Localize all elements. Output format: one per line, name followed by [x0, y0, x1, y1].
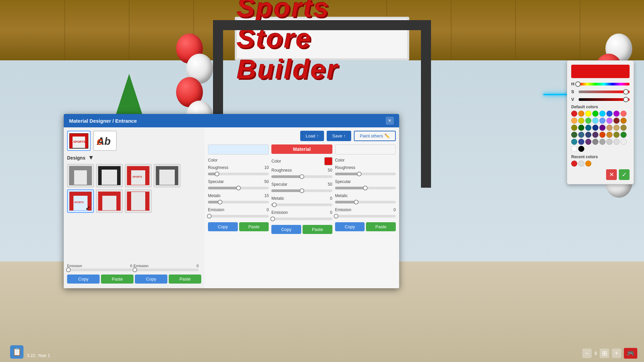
col3-specular-slider[interactable]: [208, 187, 269, 189]
cp-s-slider[interactable]: [579, 90, 630, 93]
cp-ok-button[interactable]: ✓: [619, 169, 630, 180]
cp-default-color-dot[interactable]: [571, 111, 577, 117]
col4-emission-slider[interactable]: [271, 218, 332, 220]
cp-v-slider[interactable]: [579, 98, 630, 101]
designs-dropdown-icon[interactable]: ▼: [88, 154, 94, 161]
cp-recent-color-dot[interactable]: [571, 161, 577, 167]
md-thumb-5[interactable]: SPORTS ↙: [67, 189, 94, 213]
col4-paste-button[interactable]: Paste: [303, 225, 332, 234]
cp-default-color-dot[interactable]: [606, 139, 612, 145]
cp-default-color-dot[interactable]: [599, 118, 605, 124]
cp-default-color-dot[interactable]: [621, 132, 627, 138]
clipboard-icon[interactable]: 📋: [10, 345, 23, 359]
cp-v-row: V: [571, 97, 630, 102]
cp-default-color-dot[interactable]: [621, 139, 627, 145]
cp-recent-color-dot[interactable]: [578, 161, 584, 167]
col4-roughness-slider[interactable]: [271, 175, 332, 178]
cp-default-color-dot[interactable]: [613, 111, 620, 117]
zoom-in-button[interactable]: +: [612, 349, 621, 358]
cp-default-color-dot[interactable]: [592, 132, 598, 138]
cp-default-color-dot[interactable]: [571, 139, 577, 145]
cp-default-color-dot[interactable]: [613, 139, 620, 145]
cp-default-color-dot[interactable]: [599, 132, 605, 138]
col5-roughness-slider[interactable]: [335, 173, 396, 175]
md-close-button[interactable]: ×: [386, 117, 394, 125]
cp-default-color-dot[interactable]: [599, 139, 605, 145]
cp-default-color-dot[interactable]: [571, 125, 577, 131]
col3-roughness-slider[interactable]: [208, 173, 269, 175]
cp-default-color-dot[interactable]: [578, 132, 584, 138]
cp-default-color-dot[interactable]: [613, 132, 620, 138]
md-thumb-6[interactable]: [96, 189, 123, 213]
cp-h-slider[interactable]: [579, 83, 630, 85]
game-icon: 🎮: [624, 348, 637, 359]
cp-default-color-dot[interactable]: [592, 139, 598, 145]
cp-default-color-dot[interactable]: [585, 111, 591, 117]
col3-metalic-slider[interactable]: [208, 201, 269, 203]
zoom-display-button[interactable]: ⊞: [600, 349, 609, 358]
cp-default-color-dot[interactable]: [585, 125, 591, 131]
col4-copy-button[interactable]: Copy: [271, 225, 301, 234]
md-thumb-1[interactable]: [67, 164, 94, 187]
cp-default-color-dot[interactable]: [578, 139, 584, 145]
cp-default-color-dot[interactable]: [606, 132, 612, 138]
save-button[interactable]: Save ↑: [327, 131, 351, 141]
svg-rect-14: [98, 166, 120, 170]
col2-emission-slider[interactable]: [133, 268, 199, 271]
paint-others-button[interactable]: Paint others ✏️: [354, 131, 396, 141]
col3-copy-button[interactable]: Copy: [208, 222, 238, 231]
zoom-out-button[interactable]: −: [582, 349, 592, 358]
cp-default-color-dot[interactable]: [621, 111, 627, 117]
cp-default-color-dot[interactable]: [578, 111, 584, 117]
md-text-icon[interactable]: Ab c: [93, 131, 117, 151]
cp-default-color-dot[interactable]: [592, 118, 598, 124]
col5-specular-slider[interactable]: [335, 187, 396, 189]
col3-paste-button[interactable]: Paste: [239, 222, 269, 231]
cp-default-color-dot[interactable]: [621, 125, 627, 131]
md-thumb-2[interactable]: [96, 164, 123, 187]
col5-metalic-slider[interactable]: [335, 201, 396, 203]
col2-paste-button[interactable]: Paste: [169, 275, 201, 284]
md-header: Material Designer / Entrance ×: [64, 114, 399, 127]
cp-default-color-dot[interactable]: [613, 118, 620, 124]
md-thumb-7[interactable]: [125, 189, 152, 213]
cp-default-color-dot[interactable]: [599, 125, 605, 131]
cp-default-color-dot[interactable]: [578, 125, 584, 131]
cp-default-color-dot[interactable]: [606, 111, 612, 117]
md-thumb-4[interactable]: [154, 164, 180, 187]
md-thumb-3[interactable]: SPORTS: [125, 164, 152, 187]
cp-default-color-dot[interactable]: [592, 111, 598, 117]
cp-default-color-dot[interactable]: [571, 118, 577, 124]
cp-default-color-dot[interactable]: [592, 125, 598, 131]
col4-color-swatch[interactable]: [324, 157, 332, 165]
col1-copy-button[interactable]: Copy: [67, 275, 100, 284]
cp-default-color-dot[interactable]: [585, 118, 591, 124]
cp-default-color-dot[interactable]: [606, 118, 612, 124]
col1-paste-button[interactable]: Paste: [101, 275, 133, 284]
col4-specular-slider[interactable]: [271, 189, 332, 192]
cp-default-color-dot[interactable]: [571, 146, 577, 152]
col5-emission-slider[interactable]: [335, 215, 396, 218]
md-entrance-icon[interactable]: SPORTS: [67, 131, 91, 151]
cp-default-color-dot[interactable]: [585, 132, 591, 138]
col3-metalic-label: Metalic: [208, 193, 221, 198]
col1-emission-slider[interactable]: [67, 268, 132, 271]
cp-default-color-dot[interactable]: [578, 118, 584, 124]
col4-roughness-row: Roughness 50: [271, 168, 332, 173]
col4-metalic-slider[interactable]: [271, 203, 332, 206]
cp-recent-color-dot[interactable]: [585, 161, 591, 167]
cp-default-color-dot[interactable]: [599, 111, 605, 117]
cp-default-color-dot[interactable]: [606, 125, 612, 131]
cp-default-color-dot[interactable]: [571, 132, 577, 138]
load-button[interactable]: Load ↑: [300, 131, 324, 141]
cp-default-color-dot[interactable]: [621, 118, 627, 124]
cp-color-preview: [571, 65, 630, 78]
cp-default-color-dot[interactable]: [585, 139, 591, 145]
cp-default-color-dot[interactable]: [613, 125, 620, 131]
col5-copy-button[interactable]: Copy: [335, 222, 365, 231]
cp-cancel-button[interactable]: ✕: [606, 169, 617, 180]
col5-paste-button[interactable]: Paste: [366, 222, 396, 231]
cp-default-color-dot[interactable]: [578, 146, 584, 152]
col2-copy-button[interactable]: Copy: [135, 275, 167, 284]
col3-emission-slider[interactable]: [208, 215, 269, 218]
